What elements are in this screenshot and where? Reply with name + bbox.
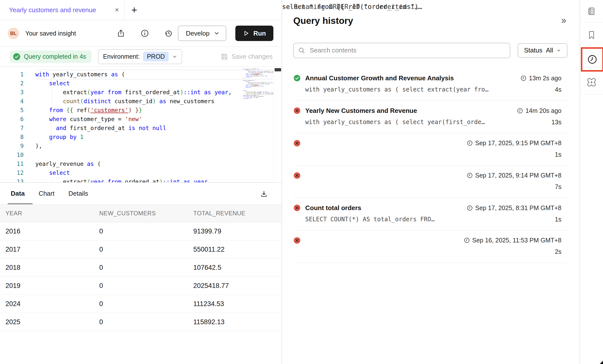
code-line: 5 from {{ ref('customers') }}	[0, 106, 248, 115]
table-cell: 111234.53	[188, 295, 281, 313]
query-history-list: Annual Customer Growth and Revenue Analy…	[293, 68, 567, 263]
play-icon	[243, 30, 249, 37]
minimap[interactable]: with yearly_customers as ( select extrac…	[243, 69, 273, 178]
clock-icon	[517, 108, 523, 114]
line-number: 6	[0, 115, 24, 124]
bookmark-icon[interactable]	[587, 30, 596, 40]
download-icon[interactable]	[260, 190, 268, 199]
right-icon-rail	[580, 0, 603, 364]
tab-close-icon[interactable]: ×	[115, 6, 119, 13]
status-filter-value: All	[546, 46, 553, 54]
saved-insight-label: Your saved insight	[25, 30, 76, 37]
column-header: NEW_CUSTOMERS	[94, 205, 188, 222]
entry-time-text: 13m 2s ago	[529, 75, 561, 82]
results-table: YEARNEW_CUSTOMERSTOTAL_REVENUE 201609139…	[0, 204, 281, 331]
table-cell: 2016	[0, 222, 94, 240]
develop-button[interactable]: Develop	[178, 26, 226, 41]
error-status-icon	[293, 172, 305, 179]
entry-duration: 1s	[555, 216, 567, 223]
clock-icon	[467, 140, 473, 146]
clock-icon	[464, 237, 470, 243]
error-status-icon	[293, 237, 305, 244]
code-text: with yearly_customers as (	[24, 70, 125, 79]
status-filter-label: Status	[524, 46, 543, 54]
history-entry[interactable]: Annual Customer Growth and Revenue Analy…	[293, 68, 567, 101]
tab-details[interactable]: Details	[68, 183, 88, 204]
code-text: and first_ordered_at is not null	[24, 124, 166, 133]
table-cell: 0	[94, 222, 188, 240]
history-entry[interactable]: -- Renaming ORDER_ID to order_id i…Sep 1…	[293, 230, 567, 263]
history-entry[interactable]: Yearly New Customers and Revenue14m 20s …	[293, 101, 567, 133]
notebook-icon[interactable]	[587, 7, 596, 16]
develop-label: Develop	[186, 30, 209, 37]
tab-yearly-customers-and-revenue[interactable]: Yearly customers and revenue ×	[0, 0, 125, 20]
table-row: 20250115892.13	[0, 313, 281, 331]
line-number: 10	[0, 150, 24, 159]
table-cell: 91399.79	[188, 222, 281, 240]
table-row: 2016091399.79	[0, 222, 281, 240]
tab-chart[interactable]: Chart	[39, 183, 54, 204]
search-box	[293, 43, 510, 58]
entry-time-text: Sep 17, 2025, 8:31 PM GMT+8	[475, 204, 561, 212]
code-line: 2 select	[0, 79, 248, 88]
sql-code-editor[interactable]: 1with yearly_customers as (2 select3 ext…	[0, 67, 282, 182]
table-cell: 0	[94, 295, 188, 313]
dbt-lineage-icon[interactable]	[586, 77, 597, 88]
chevron-down-icon	[556, 48, 561, 53]
entry-timestamp: Sep 17, 2025, 8:31 PM GMT+8	[467, 204, 567, 212]
line-number: 11	[0, 159, 24, 168]
info-icon[interactable]	[141, 29, 149, 37]
query-history-title: Query history	[293, 16, 353, 26]
error-status-icon	[293, 204, 305, 212]
new-tab-button[interactable]: +	[131, 5, 137, 15]
history-entry[interactable]: select * from {{ ref("order_items")…Sep …	[293, 166, 567, 198]
table-cell: 0	[94, 277, 188, 295]
entry-query-preview	[305, 183, 467, 190]
code-text: extract(year from ordered_at)::int as ye…	[24, 177, 211, 182]
chevron-down-icon	[172, 54, 177, 59]
query-status-text: Query completed in 4s	[24, 53, 86, 60]
save-changes-label: Save changes	[232, 53, 273, 60]
history-entry[interactable]: select * from {{ ref("order_items")…Sep …	[293, 133, 567, 166]
editor-panel: Yearly customers and revenue × + BL Your…	[0, 0, 282, 364]
table-cell: 0	[94, 313, 188, 331]
entry-duration: 4s	[555, 86, 567, 93]
search-input[interactable]	[309, 46, 505, 54]
scrollbar-thumb[interactable]	[275, 68, 281, 71]
entry-duration: 1s	[555, 151, 567, 158]
line-number: 8	[0, 133, 24, 141]
version-history-icon[interactable]	[165, 29, 173, 37]
code-line: 4 count(distinct customer_id) as new_cus…	[0, 97, 248, 106]
status-filter-dropdown[interactable]: Status All	[518, 43, 567, 58]
code-text: select	[24, 168, 70, 177]
tab-data[interactable]: Data	[11, 183, 25, 204]
resize-corner	[600, 361, 603, 364]
entry-query-preview: SELECT COUNT(*) AS total_orders FRO…	[305, 216, 467, 223]
success-check-icon	[13, 53, 21, 61]
table-cell: 107642.5	[188, 259, 281, 277]
share-icon[interactable]	[117, 29, 125, 37]
entry-title: -- Renaming ORDER_ID to order_id i…	[282, 3, 546, 10]
save-changes-button[interactable]: Save changes	[221, 53, 273, 60]
code-text: select	[24, 79, 70, 88]
entry-timestamp: Sep 16, 2025, 11:53 PM GMT+8	[464, 237, 567, 244]
table-cell: 115892.13	[188, 313, 281, 331]
line-number: 13	[0, 177, 24, 182]
code-line: 12 select	[0, 168, 248, 177]
history-entry[interactable]: Count total ordersSep 17, 2025, 8:31 PM …	[293, 198, 567, 230]
entry-duration: 13s	[552, 119, 567, 126]
app-window: Yearly customers and revenue × + BL Your…	[0, 0, 603, 364]
line-number: 7	[0, 124, 24, 133]
run-button[interactable]: Run	[235, 26, 273, 41]
query-history-icon-highlight[interactable]	[581, 47, 603, 72]
entry-title: Yearly New Customers and Revenue	[305, 107, 517, 115]
table-row: 20180107642.5	[0, 259, 281, 277]
code-line: 13 extract(year from ordered_at)::int as…	[0, 177, 248, 182]
entry-title: Count total orders	[305, 204, 467, 212]
history-clock-icon[interactable]	[587, 54, 598, 65]
code-text: extract(year from first_ordered_at)::int…	[24, 88, 232, 97]
collapse-panel-icon[interactable]	[560, 17, 567, 25]
clock-icon	[467, 205, 473, 211]
column-header: TOTAL_REVENUE	[188, 205, 281, 222]
environment-select[interactable]: Environment: PROD	[98, 49, 182, 64]
